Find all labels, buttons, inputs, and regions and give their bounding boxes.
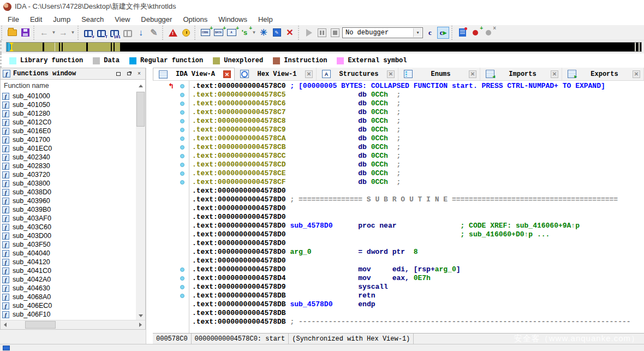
tab-close-icon[interactable]: ✕ [223,70,231,78]
search-names-button[interactable]: # [82,27,94,39]
tab-imports[interactable]: ◂Imports✕ [480,68,562,80]
tab-close-icon[interactable]: ✕ [305,70,313,78]
functions-vertical-scrollbar[interactable] [136,92,145,320]
back-button[interactable]: ← [38,27,50,39]
back-dropdown[interactable]: ▼ [51,27,56,39]
make-name-button[interactable]: A+ [225,27,237,39]
vscroll-thumb[interactable] [136,92,145,127]
function-row-sub_403960[interactable]: fsub_403960 [1,197,136,205]
make-data-button[interactable]: DATA+ [212,27,224,39]
function-row-sub_401050[interactable]: fsub_401050 [1,100,136,109]
disassembly-line[interactable]: .text:00000000004578D0 [153,204,644,213]
problems-button[interactable]: ! [167,27,179,39]
function-row-sub_4041C0[interactable]: fsub_4041C0 [1,266,136,275]
close-panel-button[interactable]: × [135,70,143,77]
menu-help[interactable]: Help [253,14,278,25]
run-to-cursor-button[interactable]: c▸ [437,27,449,39]
navigation-band[interactable] [6,42,642,52]
disassembly-line[interactable]: .text:00000000004578D0 ; ===============… [153,195,644,204]
forward-button[interactable]: → [57,27,69,39]
disassembly-line[interactable]: .text:00000000004578D4 mov eax, 0E7h [153,274,644,283]
function-row-sub_401700[interactable]: fsub_401700 [1,135,136,144]
scroll-right-button[interactable] [136,321,145,329]
menu-view[interactable]: View [109,14,135,25]
scroll-down-button[interactable] [136,312,145,320]
tab-ida-view-a[interactable]: IDA View-A✕ [153,68,235,80]
scroll-left-button[interactable] [1,321,10,329]
function-row-sub_4068A0[interactable]: fsub_4068A0 [1,293,136,301]
delete-breakpoint-button[interactable]: × [482,27,494,39]
tab-close-icon[interactable]: ✕ [387,70,395,78]
function-row-sub_4012C0[interactable]: fsub_4012C0 [1,118,136,127]
menu-jump[interactable]: Jump [47,14,76,25]
menu-debugger[interactable]: Debugger [135,14,177,25]
menu-windows[interactable]: Windows [213,14,253,25]
string-dropdown[interactable]: ▼ [252,27,257,39]
forward-dropdown[interactable]: ▼ [70,27,75,39]
undefine-button[interactable]: ✕ [284,27,296,39]
edit-function-button[interactable]: ✎ [271,27,283,39]
functions-horizontal-scrollbar[interactable] [1,320,145,329]
make-array-button[interactable]: ✳ [258,27,270,39]
stop-process-button[interactable] [329,27,341,39]
search-next-button[interactable] [122,27,134,39]
function-row-sub_404120[interactable]: fsub_404120 [1,258,136,266]
start-process-button[interactable] [303,27,315,39]
function-row-sub_4042A0[interactable]: fsub_4042A0 [1,275,136,284]
menu-options[interactable]: Options [177,14,213,25]
disassembly-line[interactable]: .text:00000000004578D0 [153,213,644,222]
tab-close-icon[interactable]: ✕ [633,70,640,78]
tab-close-icon[interactable]: ✕ [469,70,476,78]
waiting-button[interactable] [180,27,192,39]
function-row-sub_401000[interactable]: fsub_401000 [1,92,136,100]
save-button[interactable] [19,27,31,39]
function-row-sub_4016E0[interactable]: fsub_4016E0 [1,127,136,135]
disassembly-line[interactable]: .text:00000000004578CA db 0CCh ; [153,134,644,143]
function-row-sub_406F10[interactable]: fsub_406F10 [1,310,136,319]
maximize-button[interactable] [115,70,122,77]
disassembly-line[interactable]: .text:00000000004578CF db 0CCh ; [153,178,644,187]
pause-process-button[interactable] [316,27,328,39]
disassembly-line[interactable]: .text:00000000004578D0 sub_4578D0 proc n… [153,222,644,230]
disassembly-line[interactable]: .text:00000000004578C5 db 0CCh ; [153,91,644,99]
open-file-button[interactable] [6,27,18,39]
tab-structures[interactable]: AStructures✕ [317,68,398,80]
make-code-button[interactable]: CODE+ [199,27,211,39]
combo-dropdown-icon[interactable]: ▼ [413,28,422,37]
function-row-sub_403AF0[interactable]: fsub_403AF0 [1,214,136,223]
search-text-button[interactable]: T [96,27,108,39]
tab-close-icon[interactable]: ✕ [551,70,558,78]
disassembly-line[interactable]: .text:00000000004578D0 mov edi, [rsp+arg… [153,265,644,274]
source-step-button[interactable]: c [424,27,436,39]
function-row-sub_403D00[interactable]: fsub_403D00 [1,231,136,240]
disassembly-line[interactable]: .text:00000000004578CC db 0CCh ; [153,152,644,160]
function-name-column-header[interactable]: Function name [1,82,136,90]
tab-exports[interactable]: ▸Exports✕ [562,68,644,80]
function-row-sub_401280[interactable]: fsub_401280 [1,109,136,118]
debugger-select[interactable]: No debugger▼ [342,27,423,38]
jump-address-button[interactable]: ↓ [135,27,147,39]
disassembly-line[interactable]: .text:00000000004578C7 db 0CCh ; [153,108,644,117]
disassembly-line[interactable]: .text:00000000004578DB [153,309,644,318]
disassembly-line[interactable]: .text:00000000004578CB db 0CCh ; [153,143,644,152]
disassembly-line[interactable]: .text:00000000004578CE db 0CCh ; [153,169,644,178]
menu-file[interactable]: File [2,14,25,25]
function-row-sub_404630[interactable]: fsub_404630 [1,284,136,293]
signature-button[interactable]: ✎ [148,27,160,39]
make-string-button[interactable]: 's+ [238,27,251,39]
function-row-sub_406EC0[interactable]: fsub_406EC0 [1,301,136,310]
function-row-sub_404040[interactable]: fsub_404040 [1,249,136,258]
hscroll-thumb[interactable] [25,321,56,329]
splitter[interactable] [146,68,153,344]
disassembly-line[interactable]: .text:00000000004578C9 db 0CCh ; [153,126,644,134]
float-button[interactable] [125,70,133,77]
disassembly-line[interactable]: .text:00000000004578CD db 0CCh ; [153,160,644,169]
function-row-sub_402830[interactable]: fsub_402830 [1,162,136,170]
disassembly-line[interactable]: .text:00000000004578D0 [153,239,644,248]
scroll-up-button[interactable] [136,82,145,90]
tab-enums[interactable]: Enums✕ [398,68,480,80]
disassembly-line[interactable]: .text:00000000004578D0 [153,257,644,265]
menu-edit[interactable]: Edit [25,14,47,25]
function-row-sub_4039B0[interactable]: fsub_4039B0 [1,205,136,214]
function-row-sub_4038D0[interactable]: fsub_4038D0 [1,188,136,197]
